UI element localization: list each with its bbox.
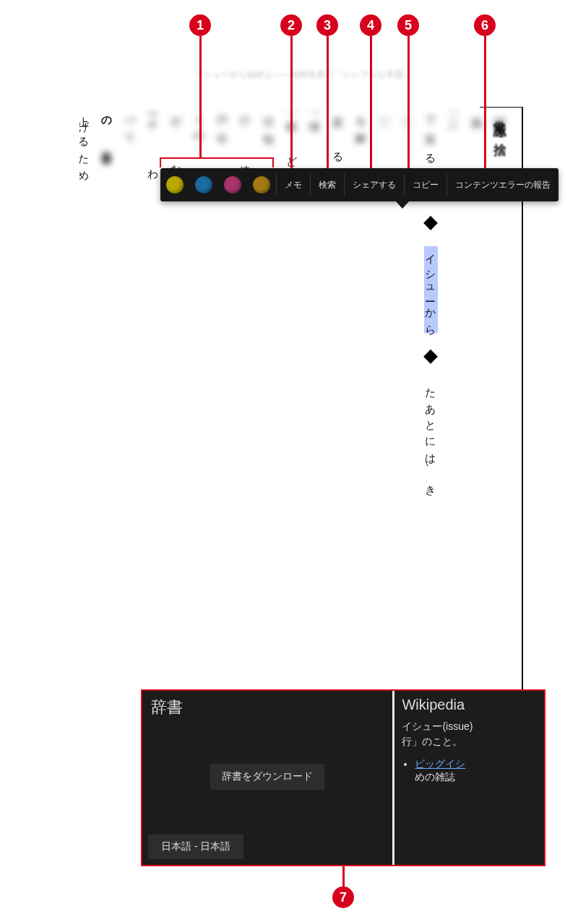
- callout-1-line: [199, 36, 202, 159]
- callout-5: 5: [397, 14, 419, 36]
- copy-button[interactable]: コピー: [405, 168, 447, 201]
- col-fragment-clear: 上げるため: [79, 108, 90, 179]
- callout-3: 3: [316, 14, 338, 36]
- col-fragment: を解: [355, 108, 368, 129]
- report-error-button[interactable]: コンテンツエラーの報告: [447, 168, 558, 201]
- selection-toolbar: メモ 検索 シェアする コピー コンテンツエラーの報告: [160, 168, 558, 201]
- highlight-magenta-button[interactable]: [224, 176, 241, 193]
- col-fragment: は知: [263, 108, 275, 129]
- search-button[interactable]: 検索: [311, 168, 344, 201]
- callout-4: 4: [360, 14, 381, 36]
- col-fragment-clear: 速: [240, 141, 252, 161]
- wikipedia-summary: イシュー(issue) 行」のこと。: [402, 719, 537, 749]
- callout-6: 6: [474, 14, 496, 36]
- col-fragment: ひ: [240, 108, 252, 125]
- col-fragment: で実: [425, 108, 437, 129]
- wikipedia-link[interactable]: ビッグイシ: [415, 758, 465, 770]
- dictionary-pane: 辞書 辞書をダウンロード 日本語 - 日本語: [142, 691, 392, 865]
- text-selection[interactable]: イシューから: [424, 246, 438, 334]
- col-fragment: 識: [471, 108, 483, 113]
- dictionary-title: 辞書: [142, 691, 392, 724]
- wikipedia-summary-tail: 行」のこと。: [402, 736, 462, 747]
- col-fragment: 仕事: [101, 141, 113, 150]
- callout-7: 7: [332, 886, 354, 908]
- col-fragment: ーチ: [147, 108, 160, 129]
- callout-3-line: [327, 36, 329, 168]
- col-fragment: が: [171, 108, 183, 125]
- selection-handle-end-icon[interactable]: [423, 349, 438, 364]
- lookup-panel: 辞書 辞書をダウンロード 日本語 - 日本語 Wikipedia イシュー(is…: [141, 689, 545, 866]
- col-fragment-clear: わ: [147, 146, 160, 178]
- col-fragment: 質: [332, 108, 345, 113]
- toolbar-pointer-icon: [396, 201, 409, 209]
- wikipedia-link-desc: めの雑誌: [415, 771, 455, 783]
- callout-7-line: [342, 866, 345, 888]
- text-col-bold: の 仕事: [100, 108, 113, 671]
- memo-button[interactable]: メモ: [277, 168, 310, 201]
- dictionary-language-button[interactable]: 日本語 - 日本語: [148, 834, 243, 859]
- col-fragment: バリ: [124, 108, 137, 141]
- col-fragment: 〇: [379, 108, 391, 113]
- share-button[interactable]: シェアする: [345, 168, 404, 201]
- callout-4-line: [370, 36, 372, 168]
- col-fragment: 「二: [448, 108, 460, 117]
- callout-2: 2: [280, 14, 302, 36]
- wikipedia-pane: Wikipedia イシュー(issue) 行」のこと。 ビッグイシ めの雑誌: [394, 691, 544, 865]
- col-fragment-clear: たあとには、き: [425, 380, 437, 494]
- text-col: 上げるため: [79, 108, 90, 671]
- section-rule-horiz: [480, 107, 523, 108]
- col-fragment: 紹: [494, 108, 506, 113]
- col-fragment-clear: の: [101, 108, 113, 125]
- highlight-blue-button[interactable]: [195, 176, 212, 193]
- callout-6-line: [484, 36, 486, 168]
- page-running-head: イシューから始めよ――知的生産の「シンプルな本質」: [195, 69, 412, 81]
- reader-page: イシューから始めよ――知的生産の「シンプルな本質」 常識を捨 紹 識 「二 で実…: [79, 58, 527, 671]
- highlight-yellow-button[interactable]: [166, 176, 184, 193]
- callout-5-line: [407, 36, 410, 168]
- text-col: ーチ わ: [147, 108, 160, 671]
- selection-handle-start-icon[interactable]: [423, 216, 438, 230]
- wikipedia-list-item: ビッグイシ めの雑誌: [415, 758, 537, 784]
- wikipedia-title: Wikipedia: [402, 697, 537, 713]
- col-fragment: の仕: [217, 108, 229, 129]
- text-col: バリ: [124, 108, 137, 671]
- download-dictionary-button[interactable]: 辞書をダウンロード: [210, 764, 324, 790]
- col-fragment: 「情: [309, 108, 322, 117]
- callout-2-line: [290, 36, 293, 168]
- col-fragment-clear: る: [332, 129, 345, 161]
- wikipedia-summary-term: イシュー(issue): [402, 720, 473, 732]
- callout-1: 1: [189, 14, 211, 36]
- highlight-olive-button[interactable]: [253, 176, 270, 193]
